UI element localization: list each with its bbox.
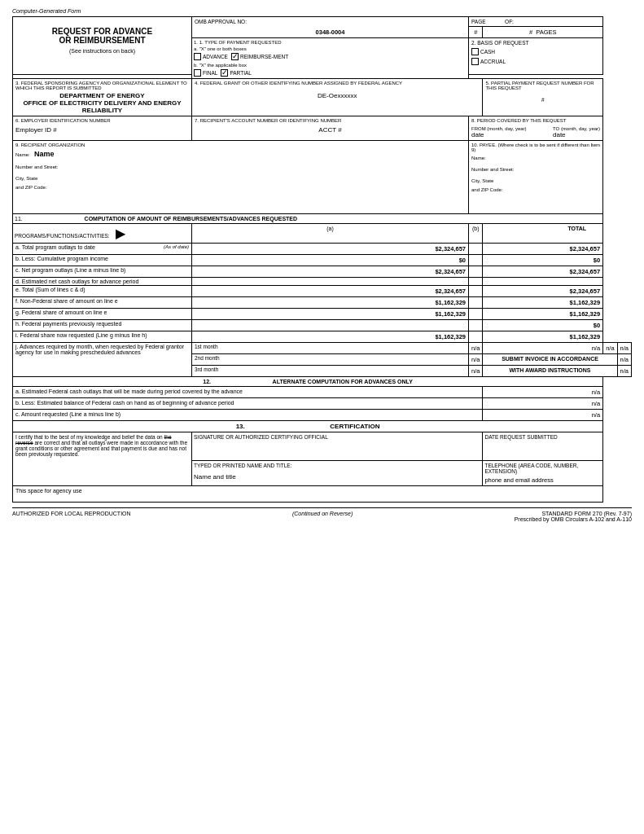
name-title-value: Name and title <box>194 473 480 481</box>
row-b-label: b. Less: Cumulative program income <box>13 255 192 266</box>
row-e-b <box>469 286 483 297</box>
box-a-label: a. "X" one or both boxes <box>194 46 467 51</box>
accrual-checkbox[interactable] <box>471 58 479 65</box>
section12-row-b-val: n/a <box>483 398 603 410</box>
final-checkbox[interactable] <box>194 69 201 77</box>
partial-checkbox[interactable] <box>221 69 228 77</box>
reimburse-checkbox[interactable] <box>231 53 239 60</box>
cash-label: CASH <box>480 49 495 55</box>
continued-label: (Continued on Reverse) <box>292 511 353 522</box>
from-value: date <box>471 131 527 138</box>
reimburse-label: REIMBURSE-MENT <box>240 54 288 59</box>
page-label: PAGE <box>471 19 486 24</box>
row-a-label: a. Total program outlays to date (As of … <box>13 244 192 255</box>
certify-text-cell: I certify that to the best of my knowled… <box>13 432 192 486</box>
section8-cell: 8. PERIOD COVERED BY THIS REQUEST FROM (… <box>469 116 603 141</box>
as-of-date: (As of date) <box>164 244 189 249</box>
section5-label: 5. PARTIAL PAYMENT REQUEST NUMBER FOR TH… <box>485 81 600 90</box>
omb-approval-label: OMB APPROVAL NO: <box>195 19 247 24</box>
row-h-a <box>192 320 469 331</box>
city-label: City, State <box>15 176 466 181</box>
form-title-line2: OR REIMBURSEMENT <box>16 36 188 45</box>
omb-number: 0348-0004 <box>192 27 469 38</box>
row-a-a: $2,324,657 <box>192 244 469 255</box>
section6-value: Employer ID # <box>15 126 189 134</box>
month1-total: n/a <box>617 343 631 354</box>
row-i-total: $1,162,329 <box>483 331 603 343</box>
row-c-label: c. Net program outlays (Line a minus lin… <box>13 266 192 278</box>
basis-cell: 2. BASIS OF REQUEST CASH ACCRUAL <box>469 38 603 75</box>
section7-label: 7. RECIPIENT'S ACCOUNT NUMBER OR IDENTIF… <box>195 118 466 123</box>
row-h-label: h. Federal payments previously requested <box>13 320 192 331</box>
row-b-a: $0 <box>192 255 469 266</box>
row-b-b <box>469 255 483 266</box>
section11-header-row: 11. COMPUTATION OF AMOUNT OF REIMBURSEME… <box>13 214 603 224</box>
section13-label: 13. <box>236 423 245 430</box>
row-b-total: $0 <box>483 255 603 266</box>
section6-label: 6. EMPLOYER IDENTIFICATION NUMBER <box>15 118 189 123</box>
month3-b-text: WITH AWARD INSTRUCTIONS <box>483 366 617 377</box>
basis-label: 2. BASIS OF REQUEST <box>471 40 600 46</box>
row-c-b <box>469 266 483 278</box>
month1-c: n/a <box>603 343 617 354</box>
row-f-b <box>469 297 483 309</box>
section10-zip-label: and ZIP Code: <box>471 187 600 192</box>
section5-value: # <box>485 97 600 103</box>
row-h-total: $0 <box>483 320 603 331</box>
row-g-b <box>469 309 483 320</box>
section6-cell: 6. EMPLOYER IDENTIFICATION NUMBER Employ… <box>13 116 192 141</box>
signature-label: SIGNATURE OR AUTHORIZED CERTIFYING OFFIC… <box>194 434 480 440</box>
row-g-a: $1,162,329 <box>192 309 469 320</box>
type-label-text: 1. TYPE OF PAYMENT REQUESTED <box>199 40 282 45</box>
section10-label: 10. PAYEE. (Where check is to be sent if… <box>471 143 600 152</box>
month2-a: n/a <box>469 354 483 366</box>
month2-b-text: SUBMIT INVOICE IN ACCORDANCE <box>483 354 617 366</box>
phone-label: TELEPHONE (AREA CODE, NUMBER, EXTENSION) <box>484 463 601 474</box>
row-c-a: $2,324,657 <box>192 266 469 278</box>
page-hash: # <box>469 27 483 38</box>
month3-a: n/a <box>469 366 483 377</box>
programs-label: PROGRAMS/FUNCTIONS/ACTIVITIES: ▶ <box>13 224 192 244</box>
section3-label: 3. FEDERAL SPONSORING AGENCY AND ORGANIZ… <box>15 81 189 90</box>
standard-form: STANDARD FORM 270 (Rev. 7-97) <box>515 511 632 516</box>
month3-total: n/a <box>617 366 631 377</box>
section12-row-a-val: n/a <box>483 387 603 398</box>
computer-generated-label: Computer-Generated Form <box>12 8 632 14</box>
zip-label: and ZIP Code: <box>15 185 466 190</box>
page: Computer-Generated Form REQUEST FOR ADVA… <box>0 0 644 834</box>
number-label: Number and Street: <box>15 165 466 169</box>
advance-checkbox[interactable] <box>194 53 201 60</box>
phone-cell: TELEPHONE (AREA CODE, NUMBER, EXTENSION)… <box>483 461 603 486</box>
row-f-label: f. Non-Federal share of amount on line e <box>13 297 192 309</box>
section4-value: DE-Oexxxxxx <box>195 92 480 99</box>
section9-cell: 9. RECIPIENT ORGANIZATION Name: Name Num… <box>13 141 469 214</box>
to-value: date <box>553 131 600 138</box>
section10-city-label: City, State <box>471 178 600 183</box>
partial-label: PARTIAL <box>230 70 252 76</box>
month2-label: 2nd month <box>192 354 469 366</box>
col-a-header: (a) <box>192 224 469 244</box>
typed-label: TYPED OR PRINTED NAME AND TITLE: <box>194 463 480 468</box>
accrual-label: ACCRUAL <box>480 59 506 64</box>
section12-header-row: 12. ALTERNATE COMPUTATION FOR ADVANCES O… <box>13 377 603 387</box>
row-d-label: d. Estimated net cash outlays for advanc… <box>13 278 192 286</box>
row-i-label: i. Federal share now requested (Line g m… <box>13 331 192 343</box>
section9-label: 9. RECIPIENT ORGANIZATION <box>15 143 466 147</box>
row-a-b <box>469 244 483 255</box>
section13-header: CERTIFICATION <box>330 423 379 430</box>
pages-cell: # PAGES <box>483 27 603 38</box>
month1-a: n/a <box>469 343 483 354</box>
month1-b: n/a <box>483 343 603 354</box>
row-f-total: $1,162,329 <box>483 297 603 309</box>
section12-row-c-val: n/a <box>483 410 603 421</box>
section12-row-b: b. Less: Estimated balance of Federal ca… <box>13 398 483 410</box>
advance-label: ADVANCE <box>203 54 228 59</box>
title-cell: REQUEST FOR ADVANCE OR REIMBURSEMENT (Se… <box>13 17 192 75</box>
authorized-label: AUTHORIZED FOR LOCAL REPRODUCTION <box>12 511 131 522</box>
month3-label: 3rd month <box>192 366 469 377</box>
section4-label: 4. FEDERAL GRANT OR OTHER IDENTIFYING NU… <box>195 81 480 86</box>
section12-header: ALTERNATE COMPUTATION FOR ADVANCES ONLY <box>273 379 413 384</box>
month1-label: 1st month <box>192 343 469 354</box>
name-label: Name: <box>15 152 30 157</box>
cash-checkbox[interactable] <box>471 48 479 55</box>
